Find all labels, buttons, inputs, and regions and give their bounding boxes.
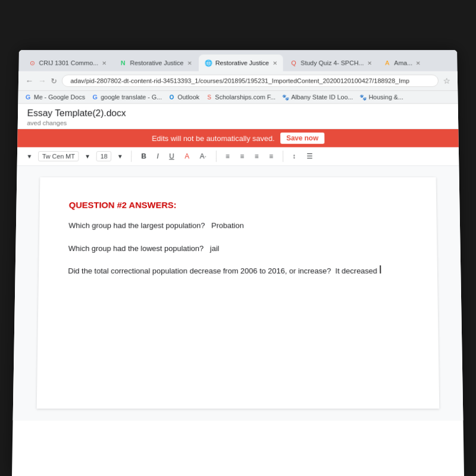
bookmark-icon-outlook: O xyxy=(168,93,176,101)
bookmark-translate[interactable]: G google translate - G... xyxy=(91,93,162,101)
toolbar-sep-3 xyxy=(283,151,283,162)
toolbar-italic-button[interactable]: I xyxy=(154,151,162,162)
bookmark-label-housing: Housing &... xyxy=(369,93,403,100)
question-3: Did the total correctional population de… xyxy=(68,265,408,277)
tab-close-restorative2[interactable]: ✕ xyxy=(273,60,277,66)
toolbar-underline-button[interactable]: U xyxy=(165,151,177,162)
laptop-wrapper: ⊙ CRIJ 1301 Commo... ✕ N Restorative Jus… xyxy=(0,0,476,476)
toolbar-font-color-button[interactable]: A xyxy=(181,151,193,162)
page-content: Essay Template(2).docx aved changes Edit… xyxy=(13,104,464,420)
tab-close-studyquiz[interactable]: ✕ xyxy=(367,60,372,66)
toolbar-font-arrow[interactable]: ▾ xyxy=(82,151,93,162)
bookmark-icon-albany: 🐾 xyxy=(281,93,290,101)
doc-editor[interactable]: QUESTION #2 ANSWERS: Which group had the… xyxy=(13,166,464,421)
toolbar-highlight-button[interactable]: A· xyxy=(196,151,210,162)
toolbar-sep-1 xyxy=(131,151,132,162)
bookmark-icon-google-docs: G xyxy=(24,93,32,101)
bookmark-icon-scholarships: S xyxy=(205,93,214,101)
toolbar-align-left[interactable]: ≡ xyxy=(222,151,233,162)
save-now-button[interactable]: Save now xyxy=(280,133,324,144)
toolbar-line-spacing[interactable]: ↕ xyxy=(289,151,300,162)
url-input[interactable]: adav/pid-2807802-dt-content-rid-34513393… xyxy=(62,74,439,87)
doc-page: QUESTION #2 ANSWERS: Which group had the… xyxy=(37,177,440,409)
tab-icon-amazon: A xyxy=(383,59,392,67)
bookmark-housing[interactable]: 🐾 Housing &... xyxy=(359,93,403,101)
q1-answer: Probation xyxy=(211,221,244,230)
docs-filename: Essay Template(2).docx xyxy=(27,108,449,118)
tab-amazon[interactable]: A Ama... ✕ xyxy=(377,55,427,71)
tab-label-crij: CRIJ 1301 Commo... xyxy=(39,60,98,66)
q3-label: Did the total correctional population de… xyxy=(68,267,331,275)
tab-icon-restorative1: N xyxy=(119,59,127,67)
toolbar-size-selector[interactable]: 18 xyxy=(96,151,112,161)
tab-close-amazon[interactable]: ✕ xyxy=(416,60,421,66)
q2-label: Which group had the lowest population? xyxy=(68,244,204,252)
tab-restorative2[interactable]: 🌐 Restorative Justice ✕ xyxy=(199,55,283,71)
browser-chrome: ⊙ CRIJ 1301 Commo... ✕ N Restorative Jus… xyxy=(13,50,464,420)
laptop-screen: ⊙ CRIJ 1301 Commo... ✕ N Restorative Jus… xyxy=(12,50,464,476)
docs-header: Essay Template(2).docx aved changes xyxy=(18,104,459,129)
toolbar-align-justify[interactable]: ≡ xyxy=(265,151,277,162)
bookmark-icon-housing: 🐾 xyxy=(359,93,367,101)
tab-crij[interactable]: ⊙ CRIJ 1301 Commo... ✕ xyxy=(22,55,112,71)
bookmark-icon-translate: G xyxy=(91,93,99,101)
toolbar-font-selector[interactable]: Tw Cen MT xyxy=(38,151,79,161)
nav-back-icon[interactable]: ← xyxy=(26,76,34,85)
cursor xyxy=(378,265,381,274)
tab-label-restorative1: Restorative Justice xyxy=(130,60,183,66)
nav-reload-icon[interactable]: ↻ xyxy=(51,77,57,85)
docs-toolbar: ▾ Tw Cen MT ▾ 18 ▾ B I U A A· ≡ ≡ ≡ ≡ xyxy=(17,147,459,165)
q2-answer: jail xyxy=(210,244,220,252)
tab-label-studyquiz: Study Quiz 4- SPCH... xyxy=(300,60,364,66)
nav-forward-icon[interactable]: → xyxy=(38,76,46,85)
bookmark-google-docs[interactable]: G Me - Google Docs xyxy=(24,93,85,101)
tab-restorative1[interactable]: N Restorative Justice ✕ xyxy=(113,55,198,71)
question-2: Which group had the lowest population? j… xyxy=(68,243,408,254)
tab-close-restorative1[interactable]: ✕ xyxy=(187,60,192,66)
bookmark-albany[interactable]: 🐾 Albany State ID Loo... xyxy=(281,93,353,101)
toolbar-align-center[interactable]: ≡ xyxy=(237,151,248,162)
save-banner: Edits will not be automatically saved. S… xyxy=(17,129,459,147)
tab-label-amazon: Ama... xyxy=(394,60,412,66)
bookmark-label-google-docs: Me - Google Docs xyxy=(34,93,85,100)
bookmark-label-scholarships: Scholarships.com F... xyxy=(215,93,275,100)
bookmark-star-icon[interactable]: ☆ xyxy=(443,76,451,85)
toolbar-bold-button[interactable]: B xyxy=(137,151,149,162)
tab-icon-crij: ⊙ xyxy=(28,59,36,67)
toolbar-size-arrow[interactable]: ▾ xyxy=(115,151,126,162)
address-bar: ← → ↻ adav/pid-2807802-dt-content-rid-34… xyxy=(18,71,458,91)
tab-label-restorative2: Restorative Justice xyxy=(215,60,269,66)
bookmark-scholarships[interactable]: S Scholarships.com F... xyxy=(205,93,275,101)
save-banner-text: Edits will not be automatically saved. xyxy=(152,134,275,142)
q1-label: Which group had the largest population? xyxy=(68,221,205,230)
tab-studyquiz[interactable]: Q Study Quiz 4- SPCH... ✕ xyxy=(284,55,376,71)
tab-close-crij[interactable]: ✕ xyxy=(102,60,107,66)
bookmark-label-albany: Albany State ID Loo... xyxy=(291,93,353,100)
tab-bar: ⊙ CRIJ 1301 Commo... ✕ N Restorative Jus… xyxy=(18,50,457,71)
toolbar-align-right[interactable]: ≡ xyxy=(251,151,262,162)
bookmark-label-translate: google translate - G... xyxy=(101,93,162,100)
bookmark-label-outlook: Outlook xyxy=(177,93,199,100)
toolbar-sep-2 xyxy=(215,151,216,162)
tab-icon-restorative2: 🌐 xyxy=(204,59,212,67)
docs-saved-status: aved changes xyxy=(27,120,449,126)
tab-icon-studyquiz: Q xyxy=(290,59,298,67)
toolbar-more-icon[interactable]: ▾ xyxy=(24,151,35,162)
toolbar-list-bullet[interactable]: ☰ xyxy=(303,151,317,162)
bookmarks-bar: G Me - Google Docs G google translate - … xyxy=(18,91,458,104)
question-1: Which group had the largest population? … xyxy=(68,220,408,231)
question-heading: QUESTION #2 ANSWERS: xyxy=(69,200,408,209)
q3-answer: It decreased xyxy=(335,267,377,275)
bookmark-outlook[interactable]: O Outlook xyxy=(168,93,199,101)
